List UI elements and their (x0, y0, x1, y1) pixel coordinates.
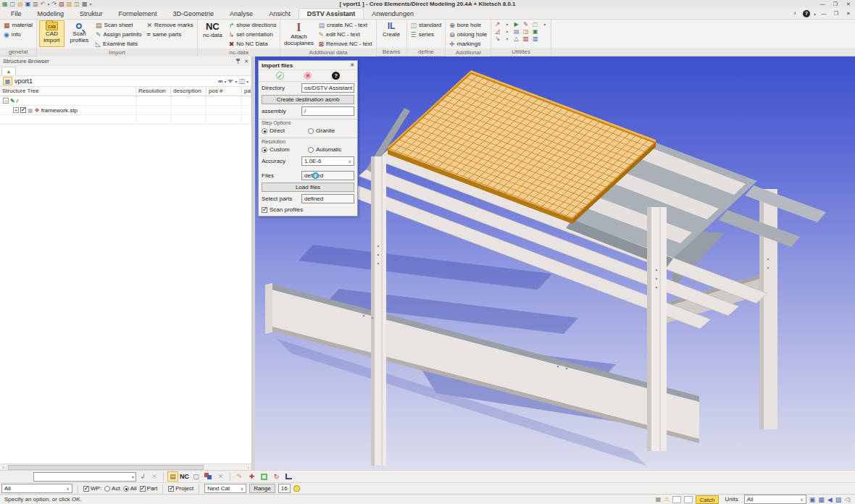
tab-analyse[interactable]: Analyse (222, 9, 261, 19)
column-structure-tree[interactable]: Structure Tree (0, 87, 136, 96)
tab-anwendungen[interactable]: Anwendungen (364, 9, 422, 19)
next-cat-select[interactable]: Next Cat (204, 484, 246, 493)
scroll-right-icon[interactable]: › (245, 464, 251, 470)
tab-dstv-assistant[interactable]: DSTV Assistant (299, 8, 364, 19)
utility-caret-2[interactable] (541, 21, 549, 28)
series-button[interactable]: ☰series (409, 30, 443, 39)
cad-import-button[interactable]: CADimport (39, 20, 64, 47)
filter-caret-icon[interactable] (235, 77, 237, 85)
column-resolution[interactable]: Resolution (136, 87, 171, 96)
utility-panel-icon[interactable]: ▥ (531, 35, 539, 42)
new-document-icon[interactable]: ▢ (10, 1, 16, 7)
utility-measure-icon[interactable]: ↗ (493, 21, 501, 28)
utility-view-icon[interactable]: ▣ (531, 28, 539, 35)
act-radio[interactable]: Act (104, 485, 120, 492)
remove-marks-button[interactable]: ✕Remove marks (145, 20, 194, 30)
command-dropdown-icon[interactable] (132, 473, 134, 480)
utility-caret-3[interactable] (503, 28, 511, 35)
grid-view-icon[interactable]: ▦ (818, 496, 825, 503)
scan-sheet-button[interactable]: ▤Scan sheet (94, 20, 143, 30)
info-button[interactable]: ◉info (2, 30, 34, 39)
ok-icon[interactable] (276, 72, 284, 80)
utility-check-icon[interactable]: ▨ (522, 35, 530, 42)
back-view-icon[interactable]: ◀ (827, 496, 833, 503)
oblong-hole-button[interactable]: ⊖oblong hole (448, 30, 488, 39)
standard-button[interactable]: ◫standard (409, 20, 443, 30)
export-icon[interactable]: ▨ (67, 1, 72, 7)
create-nc-text-button[interactable]: ▤create NC - text (317, 20, 373, 30)
range-button[interactable]: Range (249, 484, 275, 493)
units-button[interactable]: Units (722, 495, 741, 504)
close-button[interactable] (844, 1, 853, 7)
column-description[interactable]: description (171, 87, 207, 96)
nc-data-button[interactable]: NC nc-data (200, 20, 225, 47)
create-destination-asmb-button[interactable]: Create destination asmb (262, 95, 354, 104)
browser-horizontal-scrollbar[interactable]: ‹ › (0, 463, 251, 470)
clear-command-icon[interactable]: ✕ (149, 472, 159, 482)
status-filter-select[interactable]: All (744, 495, 806, 504)
tree-row-root[interactable]: ✎ / (0, 96, 251, 106)
wp-checkbox[interactable]: WP: (83, 485, 101, 492)
set-orientation-button[interactable]: ↳set orientation (228, 30, 278, 39)
warning-icon[interactable]: ⚠ (664, 496, 669, 503)
automatic-radio[interactable]: Automatic (308, 146, 351, 153)
dialog-help-icon[interactable] (332, 72, 340, 80)
utility-caret-1[interactable] (503, 21, 511, 28)
tab-struktur[interactable]: Struktur (72, 9, 111, 19)
find-caret-icon[interactable] (224, 77, 226, 85)
files-input[interactable]: defined (301, 171, 354, 180)
all-radio[interactable]: All (123, 485, 137, 492)
part-checkbox[interactable]: Part (140, 485, 158, 492)
material-button[interactable]: ▦material (2, 20, 34, 30)
accuracy-select[interactable]: 1.0E-6 (301, 156, 354, 166)
help-icon[interactable] (803, 10, 810, 17)
status-box-1[interactable] (672, 496, 681, 503)
select-box-icon[interactable] (259, 471, 270, 482)
remove-nc-text-button[interactable]: ⊠Remove NC - text (317, 39, 373, 49)
title-bar[interactable]: ▦ ▢ ▤ ▣ ▥ ↶ ↷ ▧ ▨ ◫ ▩ [ vport1 ] - Creo … (0, 0, 855, 8)
doc-close-button[interactable] (844, 9, 853, 17)
tree-row-framework[interactable]: ▦ ❖ framework.stp (0, 106, 251, 115)
custom-radio[interactable]: Custom (262, 146, 305, 153)
utility-table-icon[interactable]: ▤ (512, 28, 520, 35)
part-checkbox[interactable] (20, 107, 26, 113)
show-directions-button[interactable]: ↱show directions (228, 20, 278, 30)
tab-3d-geometrie[interactable]: 3D-Geometrie (165, 9, 222, 19)
new-part-icon[interactable]: ▢ (191, 471, 201, 482)
tab-formelement[interactable]: Formelement (111, 9, 165, 19)
add-marker-icon[interactable]: ✚ (246, 471, 257, 482)
utility-box-icon[interactable]: ◲ (522, 28, 530, 35)
delete-icon[interactable]: ✕ (215, 471, 226, 482)
bore-hole-button[interactable]: ⊕bore hole (448, 20, 488, 30)
directory-input[interactable]: os/DSTV Assistant (301, 83, 354, 93)
redo-icon[interactable]: ↷ (52, 1, 57, 7)
tree-column-headers[interactable]: Structure Tree Resolution description po… (0, 87, 251, 96)
lamp-icon[interactable] (293, 485, 300, 492)
scope-select[interactable]: All (1, 484, 72, 493)
print-preview-icon[interactable]: ▥ (33, 1, 38, 7)
viewport-row[interactable]: ▦ vport1 ∞ ◫ (0, 76, 251, 87)
scan-profiles-button[interactable]: Scanprofiles (67, 20, 92, 47)
granite-radio[interactable]: Granite (308, 127, 351, 134)
cancel-icon[interactable] (304, 72, 312, 80)
utility-plane-icon[interactable]: ▢ (531, 21, 539, 28)
enter-command-icon[interactable]: ↲ (138, 472, 148, 482)
attach-docuplanes-button[interactable]: I Attachdocuplanes (283, 20, 314, 47)
range-input[interactable]: 16 (278, 484, 291, 493)
direct-radio[interactable]: Direct (262, 127, 305, 134)
measure-icon[interactable]: ✎ (234, 471, 245, 482)
utility-angle-icon[interactable]: ◿ (493, 28, 501, 35)
nc-machine-icon[interactable]: ▤ (167, 471, 178, 482)
3d-viewport[interactable]: Import files ✕ Directory os/DSTV Assista… (255, 56, 855, 470)
doc-minimize-button[interactable] (819, 9, 828, 17)
tab-modeling[interactable]: Modeling (30, 9, 72, 19)
find-icon[interactable]: ∞ (218, 77, 222, 85)
scrollbar-thumb[interactable] (8, 465, 204, 470)
load-files-button[interactable]: Load files (262, 182, 354, 192)
send-icon[interactable]: ◫ (74, 1, 80, 7)
markings-button[interactable]: ✛markings (448, 39, 488, 49)
column-part[interactable]: part (242, 87, 251, 96)
tab-file[interactable]: File (3, 9, 30, 19)
rotate-icon[interactable]: ↻ (271, 471, 282, 482)
utility-caret-4[interactable] (503, 35, 511, 42)
